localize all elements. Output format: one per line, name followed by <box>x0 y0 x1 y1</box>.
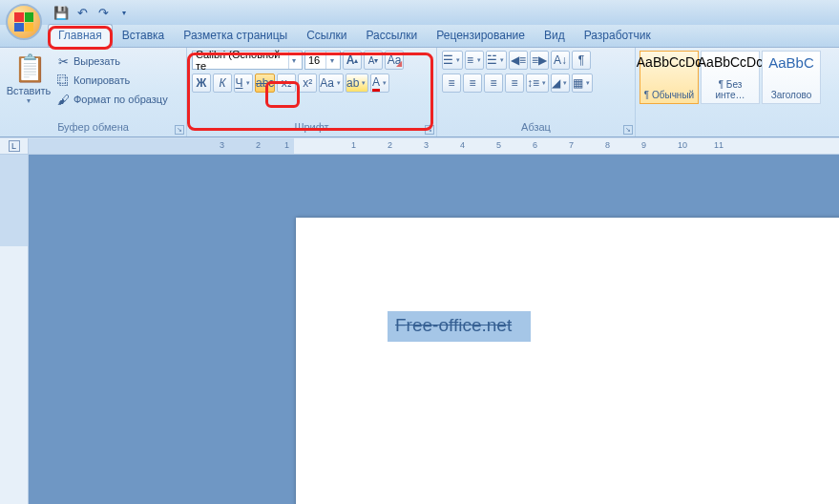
ribbon: 📋 Вставить ▾ ✂Вырезать ⿻Копировать 🖌Форм… <box>0 48 839 137</box>
paint-bucket-icon: ◢ <box>552 76 560 90</box>
copy-icon: ⿻ <box>55 73 71 88</box>
align-right-button[interactable]: ≡ <box>484 74 503 93</box>
outdent-icon: ◀≡ <box>511 53 526 67</box>
grow-font-button[interactable]: A▴ <box>343 51 362 70</box>
chevron-down-icon: ▾ <box>325 52 337 69</box>
font-launcher-icon[interactable]: ↘ <box>425 125 434 135</box>
eraser-icon: ◢ <box>396 59 402 68</box>
shrink-font-button[interactable]: A▾ <box>364 51 383 70</box>
clipboard-launcher-icon[interactable]: ↘ <box>175 125 184 135</box>
tab-insert[interactable]: Вставка <box>113 25 175 47</box>
align-left-button[interactable]: ≡ <box>442 74 461 93</box>
numbering-icon: ≡ <box>467 53 473 67</box>
clipboard-group-label: Буфер обмена <box>57 121 129 133</box>
copy-button[interactable]: ⿻Копировать <box>52 72 171 89</box>
tab-layout[interactable]: Разметка страницы <box>174 25 297 47</box>
document-area[interactable]: Free-office.net <box>29 155 839 504</box>
paragraph-group-label: Абзац <box>521 121 551 133</box>
tab-references[interactable]: Ссылки <box>297 25 356 47</box>
vertical-ruler[interactable] <box>0 155 29 504</box>
increase-indent-button[interactable]: ≡▶ <box>530 51 549 70</box>
font-name-combo[interactable]: Calibri (Основной те▾ <box>192 51 303 70</box>
paste-dropdown-icon[interactable]: ▾ <box>27 96 31 105</box>
selected-text[interactable]: Free-office.net <box>388 311 531 342</box>
line-spacing-icon: ↕≡ <box>527 76 539 90</box>
quick-access-toolbar: 💾 ↶ ↷ ▾ <box>53 5 132 20</box>
office-logo-icon <box>14 12 33 32</box>
justify-icon: ≡ <box>511 76 517 90</box>
scissors-icon: ✂ <box>55 53 71 69</box>
style-heading1[interactable]: AaBbC Заголово <box>762 51 821 104</box>
watermark: FREE-OFFICE.NET <box>671 479 828 496</box>
horizontal-ruler[interactable]: L 3211234567891011 <box>0 137 839 155</box>
numbering-button[interactable]: ≡ <box>465 51 484 70</box>
bullets-icon: ☰ <box>443 53 453 67</box>
bullets-button[interactable]: ☰ <box>442 51 463 70</box>
style-no-spacing[interactable]: AaBbCcDc ¶ Без инте… <box>701 51 760 104</box>
page[interactable]: Free-office.net <box>296 218 839 504</box>
strikethrough-button[interactable]: abc <box>255 74 275 93</box>
tab-review[interactable]: Рецензирование <box>427 25 535 47</box>
show-marks-button[interactable]: ¶ <box>572 51 591 70</box>
tab-view[interactable]: Вид <box>535 25 575 47</box>
decrease-indent-button[interactable]: ◀≡ <box>509 51 528 70</box>
sort-icon: A↓ <box>554 53 567 67</box>
group-clipboard: 📋 Вставить ▾ ✂Вырезать ⿻Копировать 🖌Форм… <box>0 48 187 136</box>
multilevel-icon: ☱ <box>487 53 497 67</box>
sort-button[interactable]: A↓ <box>551 51 570 70</box>
brush-icon: 🖌 <box>55 92 71 107</box>
shading-button[interactable]: ◢ <box>551 74 570 93</box>
change-case-button[interactable]: Aa <box>319 74 344 93</box>
borders-icon: ▦ <box>573 76 583 90</box>
tab-selector-icon[interactable]: L <box>9 140 20 152</box>
workspace: Free-office.net <box>0 155 839 504</box>
align-center-icon: ≡ <box>469 76 475 90</box>
line-spacing-button[interactable]: ↕≡ <box>526 74 549 93</box>
tab-developer[interactable]: Разработчик <box>575 25 661 47</box>
bold-button[interactable]: Ж <box>192 74 211 93</box>
title-bar: 💾 ↶ ↷ ▾ <box>0 0 839 25</box>
group-font: Calibri (Основной те▾ 16▾ A▴ A▾ Aa◢ Ж К … <box>187 48 437 136</box>
ribbon-tabs: Главная Вставка Разметка страницы Ссылки… <box>0 25 839 48</box>
format-painter-button[interactable]: 🖌Формат по образцу <box>52 91 171 108</box>
tab-home[interactable]: Главная <box>48 24 113 47</box>
multilevel-button[interactable]: ☱ <box>486 51 507 70</box>
windows-icon <box>671 479 688 496</box>
font-color-button[interactable]: A <box>370 74 389 93</box>
group-paragraph: ☰ ≡ ☱ ◀≡ ≡▶ A↓ ¶ ≡ ≡ ≡ ≡ ↕≡ ◢ ▦ <box>437 48 636 136</box>
chevron-down-icon: ▾ <box>288 52 299 69</box>
font-size-combo[interactable]: 16▾ <box>304 51 341 70</box>
clear-formatting-button[interactable]: Aa◢ <box>385 51 404 70</box>
tab-mailings[interactable]: Рассылки <box>356 25 427 47</box>
align-center-button[interactable]: ≡ <box>463 74 482 93</box>
pilcrow-icon: ¶ <box>578 53 584 67</box>
justify-button[interactable]: ≡ <box>505 74 524 93</box>
group-styles: AaBbCcDc ¶ Обычный AaBbCcDc ¶ Без инте… … <box>636 48 839 136</box>
style-normal[interactable]: AaBbCcDc ¶ Обычный <box>640 51 699 104</box>
qat-dropdown-icon[interactable]: ▾ <box>116 5 132 20</box>
paste-label[interactable]: Вставить <box>7 85 52 96</box>
borders-button[interactable]: ▦ <box>572 74 593 93</box>
underline-button[interactable]: Ч <box>234 74 253 93</box>
font-group-label: Шрифт <box>294 121 328 133</box>
superscript-button[interactable]: x² <box>298 74 317 93</box>
cut-button[interactable]: ✂Вырезать <box>52 52 171 70</box>
align-right-icon: ≡ <box>490 76 496 90</box>
office-button[interactable] <box>6 4 42 40</box>
save-icon[interactable]: 💾 <box>53 5 69 20</box>
align-left-icon: ≡ <box>448 76 454 90</box>
indent-icon: ≡▶ <box>532 53 547 67</box>
italic-button[interactable]: К <box>213 74 232 93</box>
paragraph-launcher-icon[interactable]: ↘ <box>623 125 633 135</box>
paste-icon[interactable]: 📋 <box>13 52 44 83</box>
subscript-button[interactable]: x₂ <box>277 74 296 93</box>
highlight-button[interactable]: ab <box>346 74 368 93</box>
redo-icon[interactable]: ↷ <box>95 5 111 20</box>
undo-icon[interactable]: ↶ <box>74 5 90 20</box>
